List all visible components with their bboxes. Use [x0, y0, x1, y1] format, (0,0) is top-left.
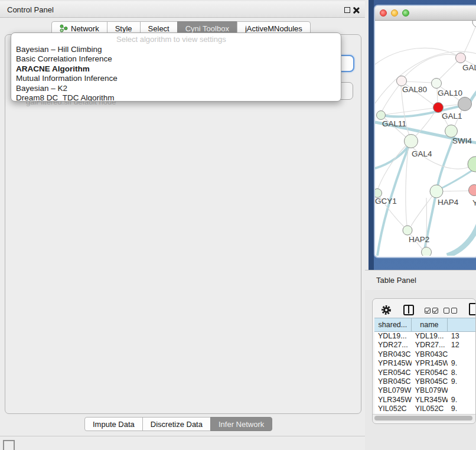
control-panel-window: Control Panel Network Style Select Cyni …: [0, 0, 365, 450]
network-node[interactable]: [468, 156, 476, 172]
table-cell[interactable]: YDL19...: [412, 332, 448, 341]
network-desktop: GALGAL80GAL10GAL1GAL11SWI4GAL4GCY1HAP4YH…: [365, 0, 476, 450]
network-node-label: HAP2: [409, 235, 429, 244]
table-cell[interactable]: 9.: [448, 359, 476, 368]
network-node[interactable]: [397, 76, 407, 86]
float-panel-icon[interactable]: [344, 7, 350, 13]
table-row[interactable]: YPR145WYPR145W9.: [374, 359, 476, 368]
network-node[interactable]: [469, 185, 476, 196]
table-cell[interactable]: 9.: [448, 377, 476, 386]
table-cell[interactable]: 8.: [448, 369, 476, 377]
table-row[interactable]: YBL079WYBL079W: [374, 386, 476, 395]
algorithm-option[interactable]: Bayesian – K2: [11, 84, 341, 93]
network-edge[interactable]: [406, 81, 432, 83]
network-canvas[interactable]: GALGAL80GAL10GAL1GAL11SWI4GAL4GCY1HAP4YH…: [375, 21, 476, 256]
table-row[interactable]: YDL19...YDL19...13: [374, 332, 476, 341]
network-edge[interactable]: [405, 54, 458, 77]
table-cell[interactable]: YLR345W: [412, 396, 448, 405]
network-node[interactable]: [377, 111, 386, 120]
table-row[interactable]: YDR27...YDR27...12: [374, 341, 476, 350]
network-window-titlebar[interactable]: [375, 6, 476, 21]
network-edge[interactable]: [382, 85, 399, 111]
select-all-checks-icon[interactable]: [425, 306, 440, 315]
close-window-button[interactable]: [380, 9, 387, 17]
algorithm-option[interactable]: Mutual Information Inference: [11, 74, 341, 83]
network-edge[interactable]: [375, 48, 461, 64]
table-cell[interactable]: YPR145W: [374, 359, 412, 368]
network-edge[interactable]: [441, 168, 475, 188]
deselect-all-checks-icon[interactable]: [444, 306, 459, 315]
table-cell[interactable]: YPR145W: [412, 359, 448, 368]
close-icon[interactable]: [353, 6, 360, 14]
dropdown-hint: Select algorithm to view settings: [116, 35, 226, 44]
tab-discretize-data[interactable]: Discretize Data: [142, 417, 211, 431]
table-row[interactable]: YER054CYER054C8.: [374, 369, 476, 377]
table-cell[interactable]: YBR043C: [374, 350, 412, 359]
network-edge[interactable]: [443, 191, 469, 191]
table-header-row: shared... name: [374, 318, 476, 332]
network-view-window[interactable]: GALGAL80GAL10GAL1GAL11SWI4GAL4GCY1HAP4YH…: [374, 5, 476, 258]
network-node[interactable]: [445, 125, 458, 138]
table-cell[interactable]: [448, 350, 476, 359]
network-node-label: GAL1: [442, 112, 462, 120]
algorithm-option[interactable]: Bayesian – Hill Climbing: [11, 45, 341, 54]
table-cell[interactable]: 9.: [448, 396, 476, 405]
table-combobox-text-fragment: galFiltered.sif default node: [26, 102, 203, 107]
algorithm-option[interactable]: ARACNE Algorithm: [11, 64, 341, 74]
table-cell[interactable]: YER054C: [374, 369, 412, 377]
algorithm-option[interactable]: Basic Correlation Inference: [11, 54, 341, 64]
network-edge[interactable]: [439, 61, 457, 80]
algorithm-option[interactable]: Dream8 DC_TDC Algorithm: [11, 93, 341, 102]
zoom-window-button[interactable]: [402, 9, 409, 17]
table-cell[interactable]: YBL079W: [374, 386, 412, 395]
export-table-icon[interactable]: [469, 303, 476, 315]
tab-infer-network[interactable]: Infer Network: [210, 417, 272, 431]
table-cell[interactable]: 12: [448, 341, 476, 350]
network-node-label: SWI4: [452, 136, 472, 145]
column-header[interactable]: shared...: [374, 318, 412, 331]
table-row[interactable]: YBR045CYBR045C9.: [374, 377, 476, 386]
tab-impute-data[interactable]: Impute Data: [84, 417, 143, 431]
table-cell[interactable]: YBR045C: [374, 377, 412, 386]
network-node[interactable]: [430, 185, 443, 198]
table-cell[interactable]: YBL079W: [412, 386, 448, 395]
table-cell[interactable]: YBR045C: [412, 377, 448, 386]
column-header[interactable]: name: [412, 318, 448, 331]
network-edge[interactable]: [447, 220, 476, 256]
table-cell[interactable]: YDR27...: [412, 341, 448, 350]
network-node[interactable]: [433, 103, 444, 113]
network-edge[interactable]: [437, 136, 454, 189]
node-table-panel: shared... name YDL19...YDL19...13YDR27..…: [372, 298, 476, 424]
network-edge[interactable]: [406, 148, 408, 226]
minimize-window-button[interactable]: [391, 9, 398, 17]
table-row[interactable]: YLR345WYLR345W9.: [374, 396, 476, 405]
network-node[interactable]: [432, 79, 442, 89]
table-cell[interactable]: YIL052C: [374, 405, 412, 413]
network-node-label: Y: [472, 198, 476, 207]
network-node[interactable]: [405, 135, 418, 148]
table-cell[interactable]: YDR27...: [374, 341, 412, 350]
table-hscrollbar[interactable]: [373, 414, 476, 422]
network-edge[interactable]: [423, 194, 436, 256]
network-node[interactable]: [472, 21, 476, 27]
table-row[interactable]: YBR043CYBR043C: [374, 350, 476, 359]
network-node[interactable]: [458, 97, 472, 111]
table-row[interactable]: YIL052CYIL052C9.: [374, 405, 476, 413]
gear-icon[interactable]: [380, 304, 392, 316]
table-cell[interactable]: YBR043C: [412, 350, 448, 359]
table-cell[interactable]: [448, 386, 476, 395]
columns-icon[interactable]: [403, 305, 414, 315]
table-cell[interactable]: YER054C: [412, 369, 448, 377]
network-edge[interactable]: [464, 24, 476, 54]
column-header[interactable]: [448, 318, 476, 331]
network-node[interactable]: [456, 53, 466, 63]
table-cell[interactable]: 9.: [448, 405, 476, 413]
network-graph[interactable]: GALGAL80GAL10GAL1GAL11SWI4GAL4GCY1HAP4YH…: [375, 21, 476, 256]
network-node[interactable]: [422, 247, 432, 256]
table-cell[interactable]: 13: [448, 332, 476, 341]
table-cell[interactable]: YDL19...: [374, 332, 412, 341]
minimized-panel-icon[interactable]: [3, 440, 15, 450]
network-node[interactable]: [403, 226, 412, 235]
table-cell[interactable]: YLR345W: [374, 396, 412, 405]
table-cell[interactable]: YIL052C: [412, 405, 448, 413]
